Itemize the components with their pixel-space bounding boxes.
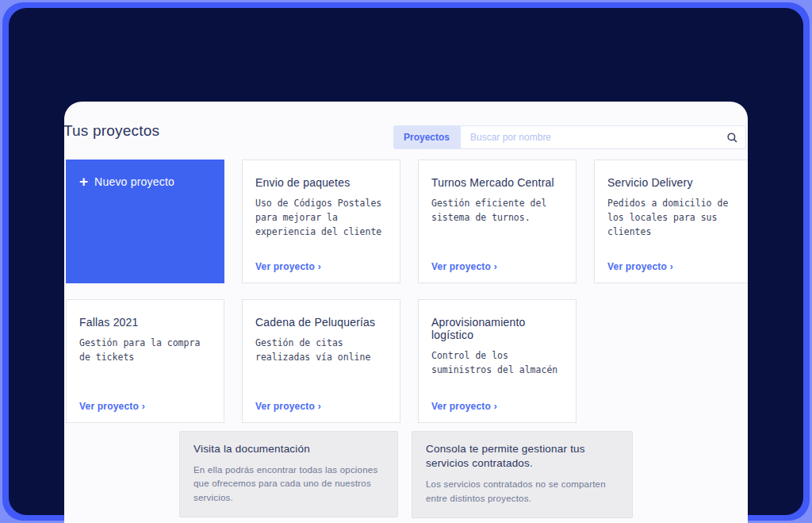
project-description: Gestión para la compra de tickets: [79, 336, 211, 365]
documentation-info-box: Visita la documentación En ella podrás e…: [179, 431, 398, 517]
project-card: Servicio Delivery Pedidos a domicilio de…: [594, 160, 748, 283]
project-title: Envio de paquetes: [255, 176, 387, 189]
view-project-link[interactable]: Ver proyecto ›: [431, 401, 497, 412]
project-title: Aprovisionamiento logístico: [431, 316, 563, 341]
project-description: Pedidos a domicilio de los locales para …: [607, 197, 739, 239]
plus-icon: +: [79, 176, 88, 187]
info-boxes-row: Visita la documentación En ella podrás e…: [64, 431, 748, 518]
project-card: Cadena de Peluquerías Gestión de citas r…: [242, 299, 400, 423]
info-box-title: Visita la documentación: [193, 442, 384, 456]
project-cards-grid: + Nuevo proyecto Envio de paquetes Uso d…: [66, 160, 748, 423]
project-description: Gestión de citas realizadas vía online: [255, 336, 387, 365]
project-description: Uso de Códigos Postales para mejorar la …: [255, 197, 387, 239]
projects-panel: Tus proyectos Proyectos + Nuevo proyecto…: [64, 102, 748, 523]
project-title: Turnos Mercado Central: [431, 176, 563, 189]
project-card: Envio de paquetes Uso de Códigos Postale…: [242, 160, 400, 283]
project-title: Cadena de Peluquerías: [255, 316, 387, 329]
view-project-link[interactable]: Ver proyecto ›: [79, 401, 145, 412]
page-title: Tus proyectos: [64, 122, 159, 140]
project-card: Aprovisionamiento logístico Control de l…: [418, 299, 576, 423]
project-description: Gestión eficiente del sistema de turnos.: [431, 197, 563, 225]
search-scope-tab[interactable]: Proyectos: [393, 125, 460, 149]
view-project-link[interactable]: Ver proyecto ›: [607, 261, 673, 272]
info-box-description: En ella podrás encontrar todas las opcio…: [193, 463, 384, 505]
new-project-card[interactable]: + Nuevo proyecto: [66, 160, 224, 283]
console-info-box: Consola te permite gestionar tus servici…: [412, 431, 633, 518]
info-box-title: Consola te permite gestionar tus servici…: [426, 442, 619, 471]
view-project-link[interactable]: Ver proyecto ›: [255, 401, 321, 412]
view-project-link[interactable]: Ver proyecto ›: [255, 261, 321, 272]
project-description: Control de los suministros del almacén: [431, 349, 563, 378]
project-title: Fallas 2021: [79, 316, 211, 329]
project-title: Servicio Delivery: [607, 176, 739, 189]
search-field-container: [460, 125, 746, 149]
search-icon[interactable]: [727, 133, 737, 143]
search-bar: Proyectos: [393, 125, 746, 149]
project-card: Turnos Mercado Central Gestión eficiente…: [418, 160, 576, 283]
project-card: Fallas 2021 Gestión para la compra de ti…: [66, 299, 224, 423]
info-box-description: Los servicios contratados no se comparte…: [426, 478, 619, 506]
search-input[interactable]: [469, 131, 727, 144]
view-project-link[interactable]: Ver proyecto ›: [431, 261, 497, 272]
new-project-label: Nuevo proyecto: [94, 175, 174, 188]
